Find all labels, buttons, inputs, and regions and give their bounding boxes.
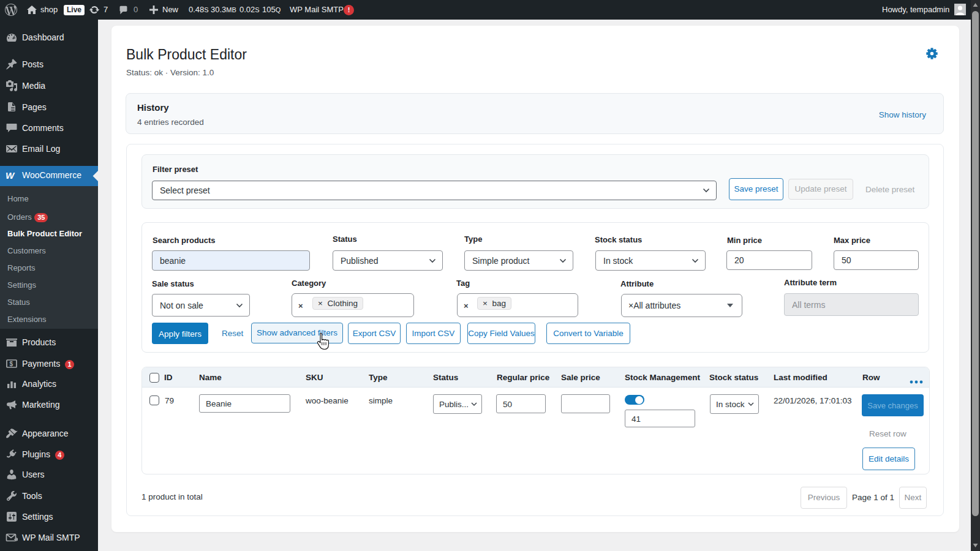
svg-text:W: W <box>6 171 15 181</box>
svg-text:$: $ <box>10 361 13 367</box>
